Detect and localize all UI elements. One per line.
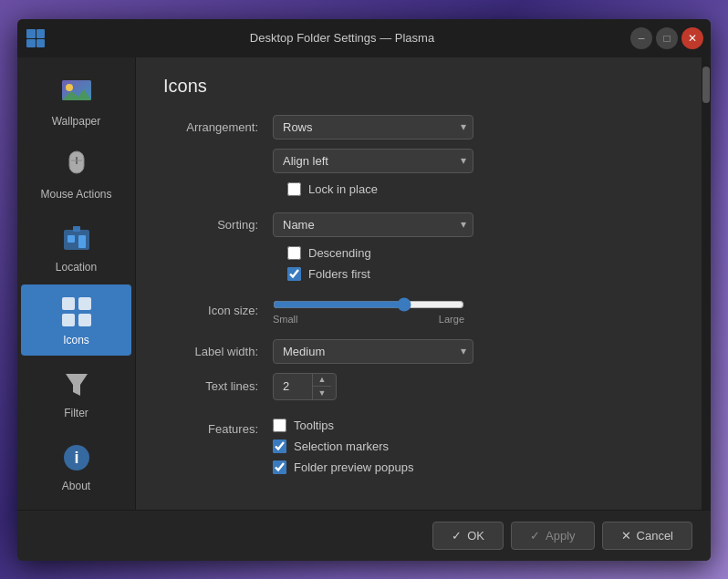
icons-icon: [58, 294, 95, 330]
descending-row: Descending: [287, 246, 674, 260]
descending-label[interactable]: Descending: [308, 246, 371, 260]
about-icon: i: [58, 439, 95, 476]
icon-size-max-label: Large: [439, 314, 464, 325]
sidebar-item-about[interactable]: i About: [21, 430, 131, 501]
window-controls: – □ ✕: [630, 27, 703, 49]
footer: ✓ OK ✓ Apply ✕ Cancel: [17, 510, 711, 561]
content-area: Wallpaper Mouse Actions: [17, 57, 711, 510]
text-lines-down-button[interactable]: ▼: [313, 387, 331, 399]
window-title: Desktop Folder Settings — Plasma: [54, 31, 630, 45]
filter-icon: [58, 367, 95, 403]
label-width-row: Label width: Small Medium Large: [163, 339, 674, 364]
selection-markers-label[interactable]: Selection markers: [294, 439, 389, 453]
selection-markers-checkbox[interactable]: [273, 439, 286, 453]
ok-button[interactable]: ✓ OK: [432, 522, 504, 550]
descending-checkbox[interactable]: [287, 246, 301, 260]
sorting-row: Sorting: Name Size Type Date: [163, 212, 674, 237]
features-row: Features: Tooltips Selection markers Fol…: [163, 419, 674, 481]
sidebar-item-location[interactable]: Location: [21, 212, 131, 283]
sidebar-item-wallpaper-label: Wallpaper: [52, 115, 101, 128]
apply-button[interactable]: ✓ Apply: [511, 522, 595, 550]
arrangement-row: Arrangement: Rows Columns: [163, 115, 674, 140]
text-lines-row: Text lines: ▲ ▼: [163, 373, 674, 400]
icon-size-slider-container: Small Large: [273, 297, 464, 325]
text-lines-input[interactable]: [274, 376, 312, 397]
svg-rect-16: [78, 297, 91, 310]
sidebar-item-wallpaper[interactable]: Wallpaper: [21, 66, 131, 137]
main-window: Desktop Folder Settings — Plasma – □ ✕: [17, 19, 711, 561]
arrangement-select-wrap: Rows Columns: [273, 115, 473, 140]
scrollbar-track[interactable]: [702, 57, 711, 510]
align-select[interactable]: Align left Align right Align center: [273, 149, 473, 173]
icon-size-min-label: Small: [273, 314, 298, 325]
sidebar-item-icons[interactable]: Icons: [21, 284, 131, 356]
icon-size-label: Icon size:: [163, 304, 273, 317]
text-lines-up-button[interactable]: ▲: [313, 374, 331, 387]
ok-label: OK: [467, 529, 484, 543]
tooltips-row: Tooltips: [273, 419, 414, 432]
scrollbar-thumb[interactable]: [702, 67, 710, 103]
sidebar-item-icons-label: Icons: [63, 334, 89, 346]
folder-preview-label[interactable]: Folder preview popups: [294, 460, 414, 474]
mouse-icon: [58, 148, 95, 184]
arrangement-label: Arrangement:: [163, 120, 273, 134]
sidebar-item-filter-label: Filter: [64, 407, 88, 419]
folders-first-label[interactable]: Folders first: [308, 267, 370, 281]
maximize-button[interactable]: □: [656, 27, 678, 49]
svg-rect-0: [26, 29, 36, 38]
tooltips-checkbox[interactable]: [273, 419, 286, 432]
label-width-select[interactable]: Small Medium Large: [273, 339, 473, 364]
app-icon: [25, 27, 47, 49]
svg-rect-17: [62, 314, 75, 326]
svg-rect-3: [36, 39, 45, 47]
folders-first-row: Folders first: [287, 267, 674, 281]
features-label: Features:: [163, 419, 273, 436]
cancel-x-icon: ✕: [621, 529, 631, 543]
text-lines-label: Text lines:: [163, 379, 273, 393]
icon-size-row: Icon size: Small Large: [163, 297, 674, 325]
cancel-label: Cancel: [637, 529, 673, 543]
lock-in-place-row: Lock in place: [287, 182, 674, 196]
apply-checkmark-icon: ✓: [530, 529, 540, 543]
align-row: Align left Align right Align center: [163, 149, 674, 173]
svg-text:i: i: [74, 449, 78, 467]
sidebar-item-mouse-label: Mouse Actions: [40, 188, 111, 201]
align-select-wrap: Align left Align right Align center: [273, 149, 473, 173]
svg-marker-19: [66, 374, 88, 396]
svg-rect-18: [78, 314, 91, 326]
label-width-label: Label width:: [163, 345, 273, 358]
svg-rect-14: [78, 235, 86, 248]
close-button[interactable]: ✕: [681, 27, 703, 49]
features-checkboxes: Tooltips Selection markers Folder previe…: [273, 419, 414, 481]
label-width-select-wrap: Small Medium Large: [273, 339, 473, 364]
svg-point-6: [66, 84, 73, 91]
sidebar-item-about-label: About: [62, 480, 90, 492]
sidebar-item-filter[interactable]: Filter: [21, 357, 131, 429]
tooltips-label[interactable]: Tooltips: [294, 419, 334, 432]
apply-label: Apply: [546, 529, 576, 543]
folder-preview-row: Folder preview popups: [273, 460, 414, 474]
titlebar: Desktop Folder Settings — Plasma – □ ✕: [17, 19, 711, 57]
svg-rect-1: [36, 29, 45, 38]
svg-rect-12: [73, 226, 80, 232]
main-panel: Icons Arrangement: Rows Columns Align le…: [136, 57, 702, 510]
sorting-select-wrap: Name Size Type Date: [273, 212, 473, 237]
sidebar: Wallpaper Mouse Actions: [17, 57, 136, 510]
selection-markers-row: Selection markers: [273, 439, 414, 453]
sidebar-item-mouse-actions[interactable]: Mouse Actions: [21, 139, 131, 210]
panel-title: Icons: [163, 76, 674, 97]
cancel-button[interactable]: ✕ Cancel: [602, 522, 692, 550]
svg-rect-13: [68, 235, 75, 243]
sidebar-item-location-label: Location: [56, 261, 97, 274]
minimize-button[interactable]: –: [630, 27, 652, 49]
svg-rect-2: [26, 39, 36, 47]
arrangement-select[interactable]: Rows Columns: [273, 115, 473, 140]
sorting-label: Sorting:: [163, 218, 273, 232]
icon-size-slider[interactable]: [273, 297, 464, 312]
folders-first-checkbox[interactable]: [287, 267, 301, 281]
lock-in-place-label[interactable]: Lock in place: [308, 182, 378, 196]
lock-in-place-checkbox[interactable]: [287, 182, 301, 196]
sorting-select[interactable]: Name Size Type Date: [273, 212, 473, 237]
folder-preview-checkbox[interactable]: [273, 460, 286, 474]
ok-checkmark-icon: ✓: [452, 529, 462, 543]
